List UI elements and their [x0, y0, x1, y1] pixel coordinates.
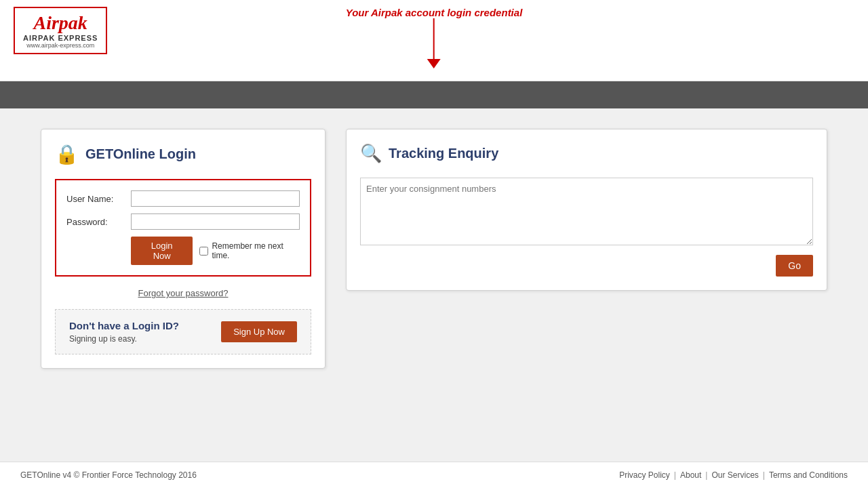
tracking-actions: Go [360, 255, 813, 277]
signup-title: Don't have a Login ID? [69, 320, 179, 331]
remember-checkbox[interactable] [199, 247, 208, 256]
signup-subtitle: Signing up is easy. [69, 334, 179, 344]
remember-label[interactable]: Remember me next time. [199, 241, 300, 260]
header: Airpak AIRPAK EXPRESS www.airpak-express… [0, 0, 868, 81]
search-icon: 🔍 [360, 143, 382, 164]
main-content: 🔒 GETOnline Login User Name: Password: L… [0, 108, 868, 462]
login-card-title: 🔒 GETOnline Login [55, 143, 311, 165]
footer-about-link[interactable]: About [680, 470, 701, 480]
footer-privacy-link[interactable]: Privacy Policy [619, 470, 670, 480]
login-card: 🔒 GETOnline Login User Name: Password: L… [41, 129, 326, 369]
signup-text: Don't have a Login ID? Signing up is eas… [69, 320, 179, 344]
logo-url: www.airpak-express.com [23, 42, 98, 49]
header-annotation: Your Airpak account login credential [346, 7, 523, 68]
signup-button[interactable]: Sign Up Now [221, 321, 297, 342]
remember-text: Remember me next time. [212, 241, 300, 260]
tracking-card-title: 🔍 Tracking Enquiry [360, 143, 813, 164]
tracking-title: Tracking Enquiry [389, 146, 498, 161]
form-actions: Login Now Remember me next time. [66, 237, 300, 265]
lock-icon: 🔒 [55, 143, 79, 165]
footer-copyright: GETOnline v4 © Frontier Force Technology… [20, 470, 197, 480]
navbar [0, 81, 868, 108]
footer-links: Privacy Policy | About | Our Services | … [619, 470, 848, 480]
footer: GETOnline v4 © Frontier Force Technology… [0, 462, 868, 488]
logo-text: Airpak [23, 12, 98, 34]
go-button[interactable]: Go [776, 255, 813, 277]
logo-box: Airpak AIRPAK EXPRESS www.airpak-express… [14, 7, 107, 54]
login-form-box: User Name: Password: Login Now Remember … [55, 179, 311, 277]
footer-terms-link[interactable]: Terms and Conditions [769, 470, 848, 480]
arrow-line [433, 18, 435, 59]
login-title: GETOnline Login [85, 146, 196, 162]
footer-sep-3: | [763, 470, 765, 480]
username-label: User Name: [66, 194, 131, 204]
tracking-card: 🔍 Tracking Enquiry Go [346, 129, 827, 291]
forgot-link-container: Forgot your password? [55, 287, 311, 299]
arrow-down-icon [427, 59, 441, 68]
footer-sep-1: | [674, 470, 676, 480]
password-row: Password: [66, 214, 300, 230]
signup-box: Don't have a Login ID? Signing up is eas… [55, 309, 311, 354]
consignment-textarea[interactable] [360, 178, 813, 245]
password-input[interactable] [131, 214, 300, 230]
logo-subtitle: AIRPAK EXPRESS [23, 34, 98, 42]
logo-area: Airpak AIRPAK EXPRESS www.airpak-express… [14, 7, 107, 54]
footer-services-link[interactable]: Our Services [711, 470, 758, 480]
password-label: Password: [66, 217, 131, 227]
forgot-password-link[interactable]: Forgot your password? [138, 288, 229, 298]
annotation-text: Your Airpak account login credential [346, 7, 523, 18]
username-input[interactable] [131, 190, 300, 207]
username-row: User Name: [66, 190, 300, 207]
footer-sep-2: | [705, 470, 707, 480]
login-button[interactable]: Login Now [131, 237, 193, 265]
